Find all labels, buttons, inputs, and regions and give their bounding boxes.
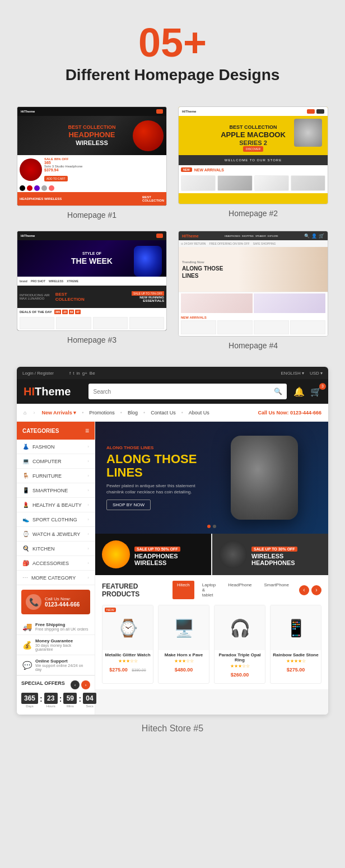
hp5-product-headphones[interactable]: 🎧 Paradox Triple Opal Ring ★★★☆☆ $260.00 — [214, 605, 265, 684]
hp5-promo-wireless-headphones[interactable]: SALE UP TO 30% OFF WIRELESSHEADPHONES — [212, 534, 328, 575]
thumb3-brand-2: PRO SHOT — [31, 279, 45, 283]
preview-label-1: Homepage #1 — [67, 211, 116, 220]
thumb4-hero-big: ALONG THOSELINES — [182, 265, 223, 279]
sidebar-item-smartphone[interactable]: 📱 SMARTPHONE › — [17, 483, 95, 498]
hp5-search-button[interactable]: 🔍 — [274, 388, 282, 395]
hp5-language-selector[interactable]: ENGLISH ▾ — [281, 371, 304, 376]
thumb2-store-bar: WELLCOME TO OUR STORE — [179, 155, 328, 165]
hp5-days-label: Days — [21, 704, 38, 708]
thumb1-footer-left: HEADPHONES WIRELESS — [20, 197, 62, 200]
sidebar-computer-label: COMPUTER — [32, 459, 62, 464]
hp5-product-tablet[interactable]: 📱 Rainbow Sadie Stone ★★★★☆ $275.00 — [270, 605, 321, 684]
sidebar-more-label: MORE CATEGORY — [31, 575, 76, 581]
hp5-timer-sep2: : — [59, 694, 62, 708]
hp5-countdown-timer: 365 Days : 23 Hours : 59 Mins : — [21, 693, 90, 708]
hp5-support-title: Online Support — [35, 659, 89, 664]
thumb3-week-text: THE WEEK — [71, 256, 113, 266]
thumb4-hero: Trending Now ALONG THOSELINES — [179, 247, 328, 292]
sidebar-more-icon: ⋯ — [22, 575, 28, 581]
hp5-support-desc: We support online 24/24 on day — [35, 664, 89, 671]
thumb1-btn[interactable]: ADD TO CART — [44, 176, 68, 181]
sidebar-sport-arrow: › — [87, 517, 89, 522]
hp5-offers-prev-btn[interactable]: ‹ — [71, 680, 80, 689]
sidebar-item-computer[interactable]: 💻 COMPUTER › — [17, 454, 95, 469]
hp5-sidebar-header: CATEGORIES ≡ — [17, 422, 95, 440]
hp5-money-desc: 30 days money back guarantee — [35, 643, 89, 651]
hp5-money-text: Money Guarantee 30 days money back guara… — [35, 638, 89, 651]
hp5-sidebar-menu-icon[interactable]: ≡ — [85, 427, 89, 435]
hp5-product-4-icon: 📱 — [286, 618, 306, 638]
hp5-linkedin-icon[interactable]: in — [77, 371, 80, 376]
hp5-cart-badge: 3 — [319, 383, 326, 390]
thumb3-deals-text: DEALS OF THE DAY — [20, 310, 52, 314]
sidebar-item-kitchen[interactable]: 🍳 KITCHEN › — [17, 542, 95, 556]
hp5-home-icon[interactable]: ⌂ — [24, 410, 26, 416]
hp5-main-content: CATEGORIES ≡ 👗 FASHION › 💻 COMPUTER › 🪑 … — [17, 422, 328, 715]
hp5-dot-2[interactable] — [213, 525, 216, 528]
hp5-tab-headphone[interactable]: HeadPhone — [223, 581, 256, 599]
hp5-nav-blog[interactable]: Blog — [128, 410, 138, 416]
hp5-product-1-price: $275.00 — [109, 667, 128, 673]
thumb3-collection: INTRODUCING AIR MAX LUNAROO BESTCOLLECTI… — [17, 286, 166, 308]
thumb1-details: SALE 80% OFF 365 Solo 3 Studio Headphone… — [44, 157, 164, 182]
hp5-product-mac[interactable]: 🖥️ Make Horn x Pave ★★★☆☆ $480.00 — [158, 605, 209, 684]
hp5-call-phone: 0123-444-666 — [45, 601, 80, 608]
sidebar-item-accessories[interactable]: 🎒 ACCESSORIES › — [17, 556, 95, 571]
hp5-tab-hitech[interactable]: Hitech — [172, 581, 194, 599]
thumb4-nav-items: HEADPHONES SHOPPING SPEAKER EXPLORE — [225, 235, 278, 237]
hp5-days-num: 365 — [21, 693, 38, 704]
hp5-behance-icon[interactable]: Be — [90, 371, 95, 376]
sidebar-item-health[interactable]: 💄 HEALTHY & BEAUTY › — [17, 498, 95, 512]
hp5-notification-icon[interactable]: 🔔 — [293, 386, 305, 397]
thumb3-coll-text: BESTCOLLECTION — [55, 292, 85, 302]
hp5-dot-1[interactable] — [207, 525, 211, 528]
preview-card-4: HITheme HEADPHONES SHOPPING SPEAKER EXPL… — [178, 231, 328, 350]
hp5-search-input[interactable] — [93, 389, 271, 395]
hp5-promo-right-text: SALE UP TO 30% OFF WIRELESSHEADPHONES — [251, 543, 297, 566]
sidebar-item-furniture[interactable]: 🪑 FURNITURE › — [17, 469, 95, 483]
thumb2-arrivals — [179, 173, 328, 193]
hp5-nav-about[interactable]: About Us — [189, 410, 209, 416]
hp5-tab-smartphone[interactable]: SmartPhone — [260, 581, 293, 599]
hp5-nav-contact[interactable]: Contact Us — [151, 410, 176, 416]
thumb2[interactable]: HiTheme Best Collection APPLE MACBOOK SE… — [178, 106, 328, 204]
sidebar-more-arrow: › — [87, 575, 89, 580]
hp5-shipping-title: Free Shipping — [35, 622, 88, 627]
hp5-nav-new-arrivals[interactable]: New Arrivals ▾ — [41, 410, 76, 416]
sidebar-item-watch[interactable]: ⌚ WATCH & JEWELRY › — [17, 527, 95, 542]
hp5-featured-next-btn[interactable]: › — [311, 585, 321, 595]
sidebar-item-sport[interactable]: 👟 SPORT CLOTHING › — [17, 512, 95, 527]
hp5-gplus-icon[interactable]: g+ — [82, 371, 87, 376]
sidebar-item-fashion[interactable]: 👗 FASHION › — [17, 440, 95, 454]
sidebar-smartphone-icon: 📱 — [22, 487, 29, 493]
hp5-cart-icon[interactable]: 🛒 3 — [310, 386, 321, 397]
hp5-product-2-name: Make Horn x Pave — [158, 650, 209, 659]
hp5-offers-next-btn[interactable]: › — [81, 680, 90, 689]
hp5-call-us-box: 📞 Call Us Now: 0123-444-666 — [21, 590, 90, 614]
sidebar-item-more[interactable]: ⋯ MORE CATEGORY › — [17, 571, 95, 585]
hp5-shop-now-button[interactable]: SHOP BY NOW — [106, 500, 151, 510]
hp5-nav-icons: 🔔 🛒 3 — [293, 386, 321, 397]
thumb3[interactable]: HiTheme Style of THE WEEK brand PRO SHOT… — [17, 231, 167, 331]
hp5-facebook-icon[interactable]: f — [69, 371, 71, 376]
hp5-hero-banner: Along Those Lines ALONG THOSELINES Pewte… — [95, 422, 328, 534]
hp5-featured-prev-btn[interactable]: ‹ — [299, 585, 309, 595]
thumb1-hero-text: Best Collection HEADPHONE WIRELESS — [68, 124, 116, 147]
hp5-nav-sep3: • — [143, 410, 145, 416]
hp5-twitter-icon[interactable]: t — [73, 371, 74, 376]
hp5-special-title: SPECIAL OFFERS — [21, 680, 65, 686]
thumb2-store-text: WELLCOME TO OUR STORE — [225, 158, 282, 162]
thumb1[interactable]: HiTheme Best Collection HEADPHONE WIRELE… — [17, 106, 167, 206]
hp5-logo[interactable]: HITheme — [24, 385, 71, 398]
hp5-hero-tagline: Along Those Lines — [106, 445, 212, 450]
hp5-nav-promotions[interactable]: Promotions — [89, 410, 115, 416]
hp5-logo-hi: HI — [24, 385, 35, 398]
thumb4[interactable]: HITheme HEADPHONES SHOPPING SPEAKER EXPL… — [178, 231, 328, 337]
hp5-product-watch[interactable]: NEW ⌚ Metallic Glitter Watch ★★★☆☆ $275.… — [102, 605, 153, 684]
hp5-promo-headphones-wireless[interactable]: SALE UP TO 50% OFF HEADPHONESWIRELESS — [95, 534, 212, 575]
hp5-currency-selector[interactable]: USD ▾ — [310, 371, 323, 376]
thumb4-logo: HITheme — [182, 234, 199, 238]
hp5-tab-laptop[interactable]: Laptop & tablet — [198, 581, 220, 599]
hp5-login-link[interactable]: Login / Register — [22, 371, 54, 376]
hp5-slider-dots — [207, 525, 216, 528]
